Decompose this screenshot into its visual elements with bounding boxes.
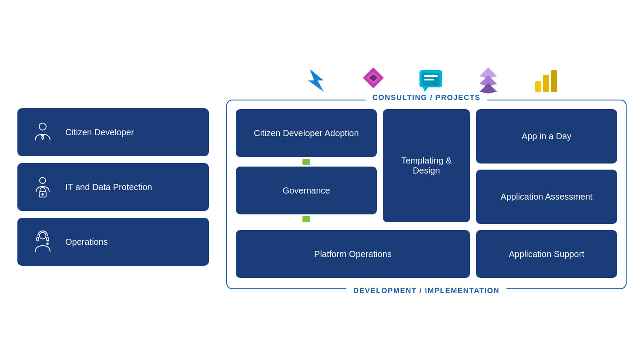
middle-col-wrapper: Templating & Design xyxy=(383,109,470,224)
operations-card[interactable]: Operations xyxy=(17,218,209,266)
power-apps-icon xyxy=(358,65,389,96)
svg-point-7 xyxy=(40,177,46,184)
power-virtual-agents-icon xyxy=(473,65,504,96)
governance-label: Governance xyxy=(283,186,330,196)
svg-rect-20 xyxy=(424,75,438,77)
svg-marker-14 xyxy=(308,69,324,92)
svg-rect-26 xyxy=(535,81,541,92)
svg-point-0 xyxy=(39,123,46,130)
citizen-developer-card[interactable]: Citizen Developer xyxy=(17,108,209,156)
power-bi-icon xyxy=(530,65,561,96)
main-layout: Citizen Developer xyxy=(0,56,644,298)
templating-design-label: Templating & Design xyxy=(392,156,461,176)
svg-rect-27 xyxy=(543,75,549,92)
svg-point-10 xyxy=(40,233,46,239)
application-support-label: Application Support xyxy=(509,249,584,259)
app-in-a-day-label: App in a Day xyxy=(522,131,572,141)
citizen-developer-label: Citizen Developer xyxy=(65,127,134,137)
application-assessment-card[interactable]: Application Assessment xyxy=(476,170,617,224)
citizen-developer-icon xyxy=(30,120,55,144)
app-in-a-day-card[interactable]: App in a Day xyxy=(476,109,617,164)
svg-rect-28 xyxy=(551,70,557,92)
application-support-card[interactable]: Application Support xyxy=(476,230,617,278)
left-col-wrapper: Citizen Developer Adoption Governance xyxy=(236,109,377,224)
dev-label: DEVELOPMENT / IMPLEMENTATION xyxy=(346,287,506,295)
left-column: Citizen Developer xyxy=(17,108,209,266)
operations-icon xyxy=(30,230,55,254)
right-section: CONSULTING / PROJECTS Citizen Developer … xyxy=(226,65,627,289)
it-data-protection-icon xyxy=(30,175,55,199)
operations-label: Operations xyxy=(65,237,108,247)
governance-card[interactable]: Governance xyxy=(236,167,377,214)
it-data-protection-label: IT and Data Protection xyxy=(65,182,152,192)
connector-2 xyxy=(236,214,377,224)
platform-operations-label: Platform Operations xyxy=(314,249,392,259)
svg-point-9 xyxy=(42,194,44,195)
citizen-developer-adoption-card[interactable]: Citizen Developer Adoption xyxy=(236,109,377,157)
templating-design-card[interactable]: Templating & Design xyxy=(383,109,470,222)
teams-icon xyxy=(415,65,446,96)
it-data-protection-card[interactable]: IT and Data Protection xyxy=(17,163,209,211)
top-icons-row xyxy=(226,65,627,96)
power-automate-icon xyxy=(300,65,332,96)
svg-line-4 xyxy=(43,138,44,140)
connector-1 xyxy=(236,157,377,167)
platform-operations-card[interactable]: Platform Operations xyxy=(236,230,470,278)
inner-grid: Citizen Developer Adoption Governance xyxy=(236,109,617,278)
svg-rect-11 xyxy=(37,237,39,241)
citizen-developer-adoption-label: Citizen Developer Adoption xyxy=(254,128,359,138)
svg-rect-21 xyxy=(424,79,434,80)
application-assessment-label: Application Assessment xyxy=(500,192,592,202)
consulting-label: CONSULTING / PROJECTS xyxy=(366,94,487,102)
svg-marker-22 xyxy=(423,87,428,92)
page-container: Citizen Developer xyxy=(0,0,644,354)
consulting-box: CONSULTING / PROJECTS Citizen Developer … xyxy=(226,100,627,289)
